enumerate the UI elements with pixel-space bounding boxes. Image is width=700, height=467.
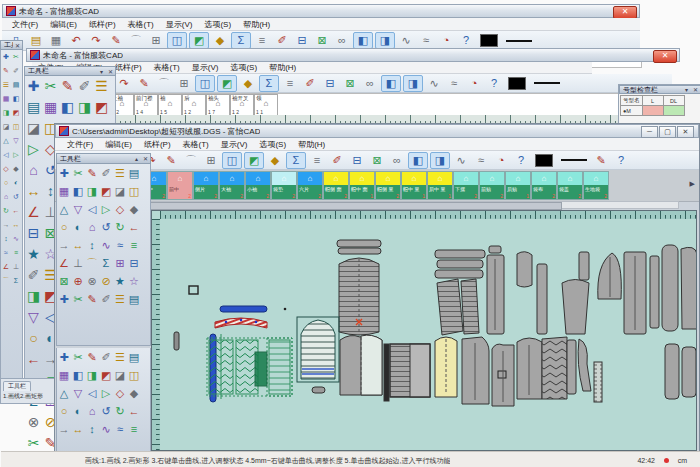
- sum-icon[interactable]: Σ: [286, 152, 306, 169]
- tool-icon[interactable]: ✂: [71, 348, 85, 366]
- tool-icon[interactable]: ⌂: [85, 218, 99, 236]
- tool-icon[interactable]: ∠: [1, 260, 11, 274]
- check-icon[interactable]: ⊠: [313, 33, 331, 48]
- tool-icon[interactable]: ▽: [25, 307, 42, 328]
- scroll-right-icon[interactable]: ▶: [690, 180, 695, 188]
- pattern-cell-前贴[interactable]: ⌂前贴2: [479, 171, 505, 200]
- pattern-cell-后[interactable]: 后⌂1 2: [182, 94, 206, 116]
- menu-item[interactable]: 编辑(E): [99, 139, 138, 150]
- shift-right-icon[interactable]: ◨: [430, 152, 450, 169]
- open-icon[interactable]: ▤: [27, 33, 45, 48]
- close-icon[interactable]: ✕: [677, 126, 694, 138]
- tool-icon[interactable]: ◫: [127, 366, 141, 384]
- link-icon[interactable]: ∞: [388, 153, 406, 168]
- dock-icon[interactable]: ▾: [97, 68, 106, 75]
- tool-icon[interactable]: ⌂: [25, 160, 42, 181]
- tool-icon[interactable]: ↻: [113, 218, 127, 236]
- tool-icon[interactable]: ○: [25, 328, 42, 349]
- menu-item[interactable]: 纸样(P): [138, 139, 177, 150]
- tool-icon[interactable]: ○: [57, 218, 71, 236]
- color-wheel-icon[interactable]: ◔: [492, 153, 510, 168]
- pattern-cell-帽侧 里[interactable]: ⌂帽侧 里2: [375, 171, 401, 200]
- tool-icon[interactable]: ⊟: [25, 223, 42, 244]
- menu-item[interactable]: 显示(V): [215, 139, 254, 150]
- tool-icon[interactable]: ◧: [71, 366, 85, 384]
- grid-view-icon[interactable]: ◫: [222, 152, 242, 169]
- close-icon[interactable]: ✕: [141, 155, 150, 162]
- pattern-cell-帽中 面[interactable]: ⌂帽中 面1: [349, 171, 375, 200]
- plot-icon[interactable]: ⊟: [321, 76, 339, 91]
- shift-right-icon[interactable]: ◨: [403, 75, 423, 92]
- pattern-cell-帽中 里[interactable]: ⌂帽中 里1: [401, 171, 427, 200]
- tool-icon[interactable]: ✎: [1, 64, 11, 78]
- tool-icon[interactable]: Σ: [99, 254, 113, 272]
- query-tool-icon[interactable]: ?: [612, 153, 630, 168]
- table-icon[interactable]: ⊞: [175, 76, 193, 91]
- tool-icon[interactable]: ☰: [113, 290, 127, 308]
- pattern-bar-scrollbar[interactable]: [139, 201, 679, 209]
- menu-item[interactable]: 选项(S): [198, 19, 237, 30]
- shift-left-icon[interactable]: ◧: [381, 75, 401, 92]
- grid-view-icon[interactable]: ◫: [195, 75, 215, 92]
- divide-icon[interactable]: ≡: [308, 153, 326, 168]
- tool-icon[interactable]: ⊗: [25, 412, 42, 433]
- tool-icon[interactable]: ▷: [25, 139, 42, 160]
- pattern-cell-袖开叉[interactable]: 袖开叉⌂1 2: [230, 94, 254, 116]
- divide-icon[interactable]: ≡: [253, 33, 271, 48]
- plot-icon[interactable]: ⊟: [293, 33, 311, 48]
- tool-icon[interactable]: ◇: [113, 200, 127, 218]
- tool-icon[interactable]: ◐: [71, 218, 85, 236]
- maximize-icon[interactable]: ▢: [659, 126, 676, 138]
- help-icon[interactable]: ?: [512, 153, 530, 168]
- grid-view-icon[interactable]: ◫: [167, 32, 187, 49]
- pattern-cell-袋垫[interactable]: ⌂袋垫2: [271, 171, 297, 200]
- tool-icon[interactable]: →: [57, 420, 71, 438]
- shift-left-icon[interactable]: ◧: [408, 152, 428, 169]
- tool-icon[interactable]: ✂: [11, 50, 21, 64]
- pattern-cell-大袖[interactable]: ⌂大袖2: [219, 171, 245, 200]
- redo-icon[interactable]: ↷: [115, 76, 133, 91]
- tool-icon[interactable]: △: [57, 384, 71, 402]
- tool-icon[interactable]: ←: [25, 349, 42, 370]
- tool-icon[interactable]: ◁: [85, 200, 99, 218]
- close-icon[interactable]: ✕: [653, 50, 677, 63]
- tool-icon[interactable]: ✂: [42, 76, 59, 97]
- tool-icon[interactable]: ★: [113, 272, 127, 290]
- tool-icon[interactable]: ↺: [99, 218, 113, 236]
- curve1-icon[interactable]: ∿: [452, 153, 470, 168]
- menu-item[interactable]: 表格(T): [148, 62, 186, 73]
- tool-icon[interactable]: ◫: [11, 120, 21, 134]
- pattern-cell-帽侧 面[interactable]: ⌂帽侧 面2: [323, 171, 349, 200]
- undo-icon[interactable]: ↶: [67, 33, 85, 48]
- pattern-cell-后中 里[interactable]: ⌂后中 里1: [427, 171, 453, 200]
- tool-icon[interactable]: ∿: [11, 232, 21, 246]
- tool-icon[interactable]: ⌒: [1, 274, 11, 288]
- tool-icon[interactable]: ↔: [71, 420, 85, 438]
- tool-icon[interactable]: ↻: [113, 402, 127, 420]
- piece-view-icon[interactable]: ◩: [217, 75, 237, 92]
- tool-icon[interactable]: ✚: [57, 164, 71, 182]
- tool-icon[interactable]: ▽: [71, 384, 85, 402]
- menu-item[interactable]: 显示(V): [160, 19, 199, 30]
- tool-icon[interactable]: ⌒: [85, 254, 99, 272]
- tool-icon[interactable]: ◨: [85, 366, 99, 384]
- minimize-icon[interactable]: ─: [641, 126, 658, 138]
- link-icon[interactable]: ∞: [361, 76, 379, 91]
- link-icon[interactable]: ∞: [333, 33, 351, 48]
- tool-icon[interactable]: ◩: [99, 366, 113, 384]
- sum-icon[interactable]: Σ: [259, 75, 279, 92]
- table-icon[interactable]: ⊞: [147, 33, 165, 48]
- tool-icon[interactable]: ✐: [76, 76, 93, 97]
- shift-left-icon[interactable]: ◧: [353, 32, 373, 49]
- color-wheel-icon[interactable]: ◔: [465, 76, 483, 91]
- close-icon[interactable]: ✕: [106, 68, 115, 75]
- menu-item[interactable]: 选项(S): [253, 139, 292, 150]
- tool-icon[interactable]: ◨: [85, 182, 99, 200]
- tool-icon[interactable]: ▤: [127, 164, 141, 182]
- dock-icon[interactable]: ▾: [682, 86, 691, 93]
- tool-icon[interactable]: ✎: [85, 348, 99, 366]
- tool-icon[interactable]: ▤: [127, 290, 141, 308]
- tool-icon[interactable]: ▷: [99, 200, 113, 218]
- color-swatch[interactable]: [480, 34, 498, 47]
- tool-icon[interactable]: ≡: [127, 236, 141, 254]
